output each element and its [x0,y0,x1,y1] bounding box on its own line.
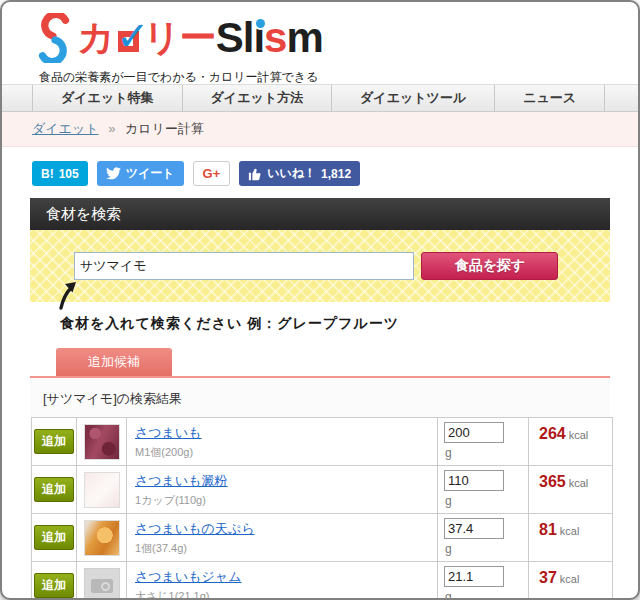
tab-row: 追加候補 [30,348,610,378]
name-cell: さつまいもの天ぷら 1個(37.4g) [127,514,438,562]
name-cell: さつまいもジャム 大さじ1(21.1g) [127,562,438,600]
logo-text-i: i [253,14,264,62]
add-button[interactable]: 追加 [34,477,74,502]
result-row: 追加 さつまいも澱粉 1カップ(110g) g [32,466,613,514]
result-row: 追加 さつまいも M1個(200g) g [32,418,613,466]
kcal-cell: 365kcal [529,466,613,514]
add-button[interactable]: 追加 [34,573,74,598]
nav-item[interactable]: ダイエットツール [332,85,495,111]
kcal-cell: 81kcal [529,514,613,562]
kcal-value: 37 [539,569,557,586]
name-cell: さつまいも澱粉 1カップ(110g) [127,466,438,514]
grams-unit-label: g [444,446,522,460]
result-row: 追加 さつまいもジャム 大さじ1(21.1g) g [32,562,613,600]
search-results-section: [サツマイモ]の検索結果 追加 さつまいも M1個(200g) [30,378,610,600]
food-thumbnail [84,472,120,508]
serving-size: 1カップ(110g) [135,493,429,508]
facebook-like-button[interactable]: いいね！ 1,812 [239,161,360,186]
logo-text-m: m [286,14,322,62]
quantity-cell: g [438,514,529,562]
add-button[interactable]: 追加 [34,525,74,550]
grams-unit-label: g [444,494,522,508]
hatena-bookmark-button[interactable]: B! 105 [32,161,88,186]
social-buttons: B! 105 ツイート G+ いいね！ 1,812 [32,161,638,186]
quantity-cell: g [438,562,529,600]
breadcrumb-link-diet[interactable]: ダイエット [32,121,99,136]
quantity-cell: g [438,418,529,466]
add-cell: 追加 [32,562,77,600]
food-name-link[interactable]: さつまいもジャム [135,569,241,584]
kcal-value: 365 [539,473,566,490]
kcal-value: 264 [539,425,566,442]
kcal-value: 81 [539,521,557,538]
logo-checkbox-icon: ✓ [118,31,139,52]
kcal-unit-label: kcal [569,429,589,441]
hatena-b-icon: B! [41,167,54,181]
arrow-up-icon [54,280,80,314]
search-panel: 食品を探す [30,230,610,302]
logo-text-s: s [264,14,286,62]
kcal-unit-label: kcal [560,573,580,585]
name-cell: さつまいも M1個(200g) [127,418,438,466]
food-search-input[interactable] [74,252,414,280]
logo-text-ka: カ [77,13,114,63]
grams-input[interactable] [444,470,504,491]
site-logo[interactable]: カ ✓ リー Sl i s m [35,13,638,63]
serving-size: 1個(37.4g) [135,541,429,556]
grams-unit-label: g [444,542,522,556]
nav-item[interactable]: ニュース [495,85,605,111]
add-button[interactable]: 追加 [34,429,74,454]
image-cell [77,514,127,562]
slism-s-mark-icon [35,13,73,63]
kcal-unit-label: kcal [569,477,589,489]
google-plus-button[interactable]: G+ [193,161,231,186]
results-table-body: 追加 さつまいも M1個(200g) g [32,418,613,600]
like-count: 1,812 [321,167,351,181]
check-icon: ✓ [116,13,150,59]
thumbs-up-icon [248,167,262,181]
logo-text-ri: リー [143,13,216,63]
quantity-cell: g [438,466,529,514]
tweet-label: ツイート [126,165,175,182]
nav-item[interactable]: ダイエット方法 [183,85,333,111]
serving-size: 大さじ1(21.1g) [135,589,429,600]
search-hint: 食材を入れて検索ください 例：グレープフルーツ [30,302,610,338]
add-cell: 追加 [32,514,77,562]
grams-input[interactable] [444,518,504,539]
serving-size: M1個(200g) [135,445,429,460]
search-section-title: 食材を検索 [30,198,610,230]
google-plus-icon: G+ [203,166,221,181]
nav-item[interactable]: ダイエット特集 [32,85,183,111]
result-row: 追加 さつまいもの天ぷら 1個(37.4g) g [32,514,613,562]
food-thumbnail [84,568,120,600]
grams-input[interactable] [444,566,504,587]
main-nav: ダイエット特集 ダイエット方法 ダイエットツール ニュース [2,84,638,112]
tweet-button[interactable]: ツイート [97,161,184,186]
food-name-link[interactable]: さつまいもの天ぷら [135,521,254,536]
kcal-cell: 37kcal [529,562,613,600]
food-thumbnail [84,520,120,556]
kcal-unit-label: kcal [560,525,580,537]
twitter-bird-icon [106,167,121,180]
add-cell: 追加 [32,418,77,466]
food-name-link[interactable]: さつまいも澱粉 [135,473,228,488]
logo-text-sl: Sl [216,14,254,62]
image-cell [77,466,127,514]
tab-add-candidates[interactable]: 追加候補 [56,348,172,376]
breadcrumb-current: カロリー計算 [125,121,204,136]
grams-input[interactable] [444,422,504,443]
search-hint-text: 食材を入れて検索ください 例：グレープフルーツ [60,315,399,331]
like-label: いいね！ [267,165,316,182]
food-thumbnail [84,424,120,460]
food-search-button[interactable]: 食品を探す [421,252,558,280]
food-name-link[interactable]: さつまいも [135,425,202,440]
image-cell [77,562,127,600]
hatena-count: 105 [59,167,79,181]
results-table: 追加 さつまいも M1個(200g) g [31,417,613,600]
grams-unit-label: g [444,590,522,600]
breadcrumb: ダイエット » カロリー計算 [2,112,638,147]
page-frame: カ ✓ リー Sl i s m 食品の栄養素が一目でわかる・カロリー計算できる … [0,0,640,600]
site-header: カ ✓ リー Sl i s m 食品の栄養素が一目でわかる・カロリー計算できる [2,2,638,84]
kcal-cell: 264kcal [529,418,613,466]
breadcrumb-separator: » [108,121,115,136]
